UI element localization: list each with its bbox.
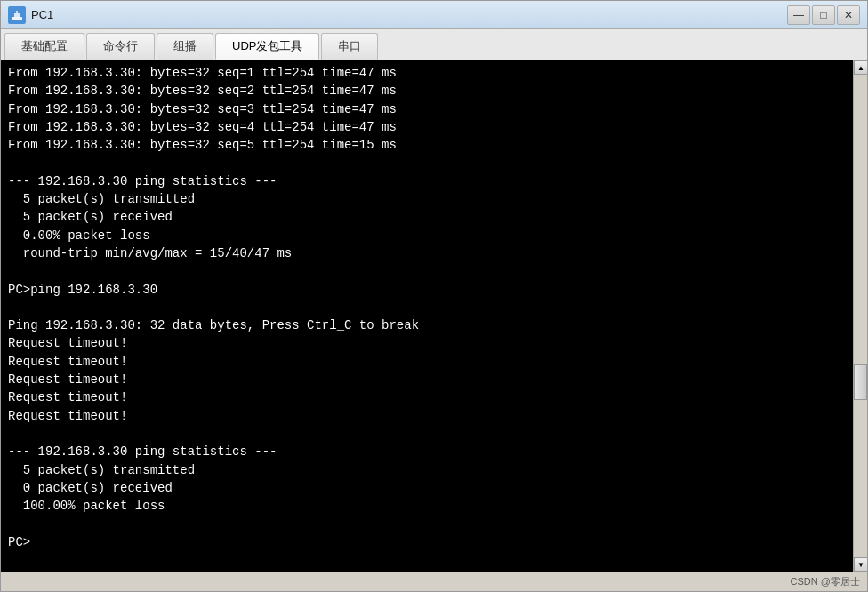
scrollbar-thumb[interactable] [854,364,867,400]
scroll-up-button[interactable]: ▲ [854,60,867,75]
scroll-down-button[interactable]: ▼ [854,557,867,572]
terminal-line: From 192.168.3.30: bytes=32 seq=5 ttl=25… [8,136,846,154]
main-window: PC1 — □ ✕ 基础配置 命令行 组播 UDP发包工具 串口 From 19… [0,0,868,592]
terminal-line [8,299,846,316]
terminal-line: 0 packet(s) received [8,479,846,497]
terminal-line: Request timeout! [8,353,846,371]
content-area: From 192.168.3.30: bytes=32 seq=1 ttl=25… [1,60,867,572]
window-controls: — □ ✕ [787,5,860,25]
status-text: CSDN @零居士 [791,575,860,588]
terminal-line: Request timeout! [8,388,846,406]
title-bar: PC1 — □ ✕ [1,1,867,29]
window-icon [8,6,26,24]
tab-udp-tool[interactable]: UDP发包工具 [215,33,319,60]
terminal-line [8,425,846,443]
terminal-line: 5 packet(s) transmitted [8,190,846,208]
tab-serial[interactable]: 串口 [321,33,378,60]
terminal-line: --- 192.168.3.30 ping statistics --- [8,172,846,190]
terminal-line: 5 packet(s) received [8,208,846,226]
window-title: PC1 [31,8,787,21]
status-bar: CSDN @零居士 [1,572,867,591]
terminal-line: PC>ping 192.168.3.30 [8,281,846,299]
terminal-line [8,262,846,280]
terminal-line: 100.00% packet loss [8,497,846,515]
tab-bar: 基础配置 命令行 组播 UDP发包工具 串口 [1,29,867,60]
terminal-line [8,154,846,172]
terminal-line: Request timeout! [8,407,846,425]
terminal-line: Request timeout! [8,371,846,388]
terminal-line [8,515,846,532]
svg-rect-2 [16,11,18,13]
tab-multicast[interactable]: 组播 [157,33,213,60]
terminal-line: From 192.168.3.30: bytes=32 seq=2 ttl=25… [8,82,846,100]
close-button[interactable]: ✕ [837,5,860,25]
terminal-line: PC> [8,533,846,551]
terminal-line: From 192.168.3.30: bytes=32 seq=3 ttl=25… [8,100,846,118]
terminal-line: round-trip min/avg/max = 15/40/47 ms [8,244,846,262]
terminal-line: 0.00% packet loss [8,227,846,244]
terminal-line: 5 packet(s) transmitted [8,461,846,479]
terminal-line: Request timeout! [8,334,846,352]
svg-rect-1 [14,13,20,17]
terminal-line: From 192.168.3.30: bytes=32 seq=4 ttl=25… [8,118,846,136]
tab-basic-config[interactable]: 基础配置 [4,33,84,60]
maximize-button[interactable]: □ [812,5,835,25]
terminal-output[interactable]: From 192.168.3.30: bytes=32 seq=1 ttl=25… [1,60,853,572]
terminal-line: From 192.168.3.30: bytes=32 seq=1 ttl=25… [8,64,846,82]
minimize-button[interactable]: — [787,5,810,25]
tab-command-line[interactable]: 命令行 [86,33,155,60]
terminal-line: --- 192.168.3.30 ping statistics --- [8,443,846,460]
scrollbar-track [854,75,867,557]
terminal-line: Ping 192.168.3.30: 32 data bytes, Press … [8,316,846,334]
svg-rect-0 [12,17,22,20]
scrollbar: ▲ ▼ [853,60,867,572]
